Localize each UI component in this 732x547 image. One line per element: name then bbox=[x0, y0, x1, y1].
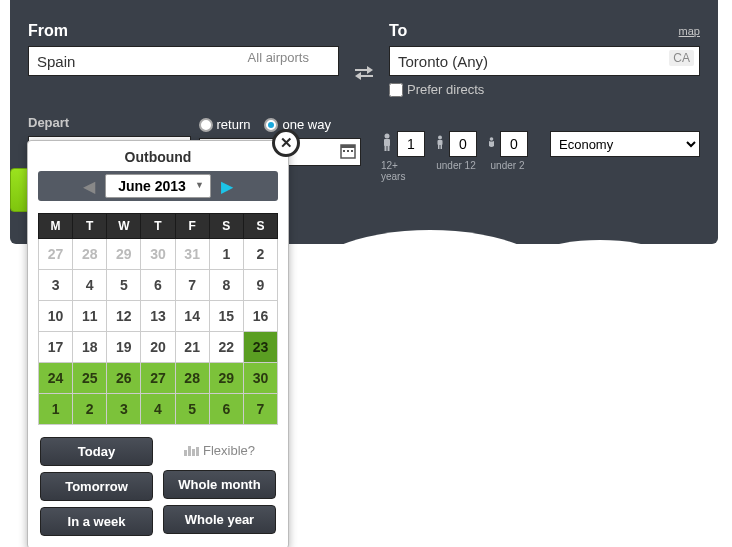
calendar-day[interactable]: 26 bbox=[107, 363, 141, 394]
calendar-day[interactable]: 19 bbox=[107, 332, 141, 363]
calendar-day[interactable]: 2 bbox=[243, 239, 277, 270]
calendar-dow: S bbox=[209, 214, 243, 239]
trip-return-radio[interactable]: return bbox=[199, 117, 251, 132]
calendar-dow: W bbox=[107, 214, 141, 239]
calendar-day[interactable]: 22 bbox=[209, 332, 243, 363]
calendar-day[interactable]: 30 bbox=[243, 363, 277, 394]
children-label: under 12 bbox=[436, 160, 475, 171]
adults-input[interactable] bbox=[397, 131, 425, 157]
today-button[interactable]: Today bbox=[40, 437, 153, 466]
calendar-day[interactable]: 18 bbox=[73, 332, 107, 363]
calendar-day[interactable]: 6 bbox=[141, 270, 175, 301]
calendar-day[interactable]: 6 bbox=[209, 394, 243, 425]
calendar-day[interactable]: 4 bbox=[73, 270, 107, 301]
calendar-day[interactable]: 27 bbox=[39, 239, 73, 270]
calendar-day[interactable]: 13 bbox=[141, 301, 175, 332]
tomorrow-button[interactable]: Tomorrow bbox=[40, 472, 153, 501]
infants-input[interactable] bbox=[500, 131, 528, 157]
calendar-next-button[interactable]: ▶ bbox=[217, 177, 237, 196]
passengers-group: 12+ years under 12 under 2 bbox=[381, 131, 528, 182]
calendar-day[interactable]: 14 bbox=[175, 301, 209, 332]
svg-point-14 bbox=[438, 135, 442, 139]
cabin-group: Economy bbox=[550, 131, 700, 157]
calendar-nav: ◀ June 2013 ▶ bbox=[38, 171, 278, 201]
from-field-group: From All airports bbox=[28, 22, 339, 97]
calendar-grid: MTWTFSS 27282930311234567891011121314151… bbox=[38, 213, 278, 425]
calendar-dow: M bbox=[39, 214, 73, 239]
svg-rect-12 bbox=[385, 145, 387, 151]
depart-label: Depart bbox=[28, 115, 191, 130]
prefer-directs[interactable]: Prefer directs bbox=[389, 82, 700, 97]
in-a-week-button[interactable]: In a week bbox=[40, 507, 153, 536]
to-field-group: To map CA Prefer directs bbox=[389, 22, 700, 97]
calendar-day[interactable]: 5 bbox=[175, 394, 209, 425]
flexible-label: Flexible? bbox=[163, 437, 276, 464]
calendar-day[interactable]: 7 bbox=[243, 394, 277, 425]
calendar-day[interactable]: 28 bbox=[73, 239, 107, 270]
calendar-day[interactable]: 3 bbox=[39, 270, 73, 301]
svg-point-10 bbox=[385, 134, 390, 139]
swap-button[interactable] bbox=[355, 22, 373, 97]
calendar-day[interactable]: 27 bbox=[141, 363, 175, 394]
calendar-day[interactable]: 7 bbox=[175, 270, 209, 301]
svg-point-18 bbox=[490, 137, 494, 141]
calendar-day[interactable]: 20 bbox=[141, 332, 175, 363]
calendar-dow: F bbox=[175, 214, 209, 239]
prefer-directs-checkbox[interactable] bbox=[389, 83, 403, 97]
calendar-day[interactable]: 11 bbox=[73, 301, 107, 332]
children-input[interactable] bbox=[449, 131, 477, 157]
infant-icon bbox=[487, 135, 496, 153]
calendar-day[interactable]: 4 bbox=[141, 394, 175, 425]
calendar-dow: T bbox=[73, 214, 107, 239]
calendar-day[interactable]: 1 bbox=[209, 239, 243, 270]
calendar-day[interactable]: 29 bbox=[209, 363, 243, 394]
calendar-day[interactable]: 1 bbox=[39, 394, 73, 425]
calendar-dow: S bbox=[243, 214, 277, 239]
child-icon bbox=[435, 135, 445, 154]
from-label: From bbox=[28, 22, 339, 40]
calendar-day[interactable]: 5 bbox=[107, 270, 141, 301]
calendar-day[interactable]: 10 bbox=[39, 301, 73, 332]
calendar-dow: T bbox=[141, 214, 175, 239]
calendar-popup: ✕ Outbound ◀ June 2013 ▶ MTWTFSS 2728293… bbox=[27, 140, 289, 547]
bars-icon bbox=[184, 446, 199, 456]
calendar-day[interactable]: 21 bbox=[175, 332, 209, 363]
from-input[interactable] bbox=[28, 46, 339, 76]
calendar-day[interactable]: 24 bbox=[39, 363, 73, 394]
calendar-day[interactable]: 9 bbox=[243, 270, 277, 301]
calendar-prev-button[interactable]: ◀ bbox=[79, 177, 99, 196]
calendar-day[interactable]: 30 bbox=[141, 239, 175, 270]
calendar-day[interactable]: 12 bbox=[107, 301, 141, 332]
svg-rect-17 bbox=[441, 144, 443, 149]
calendar-day[interactable]: 23 bbox=[243, 332, 277, 363]
calendar-day[interactable]: 25 bbox=[73, 363, 107, 394]
svg-rect-16 bbox=[438, 144, 440, 149]
whole-year-button[interactable]: Whole year bbox=[163, 505, 276, 534]
calendar-day[interactable]: 15 bbox=[209, 301, 243, 332]
to-input[interactable] bbox=[389, 46, 700, 76]
trip-oneway-radio[interactable]: one way bbox=[264, 117, 330, 132]
svg-rect-11 bbox=[384, 139, 390, 146]
calendar-day[interactable]: 3 bbox=[107, 394, 141, 425]
calendar-close-button[interactable]: ✕ bbox=[272, 129, 300, 157]
calendar-day[interactable]: 31 bbox=[175, 239, 209, 270]
adults-label: 12+ years bbox=[381, 160, 425, 182]
calendar-day[interactable]: 28 bbox=[175, 363, 209, 394]
prefer-directs-label: Prefer directs bbox=[407, 82, 484, 97]
map-link[interactable]: map bbox=[679, 25, 700, 37]
calendar-month-select[interactable]: June 2013 bbox=[105, 174, 211, 198]
calendar-day[interactable]: 2 bbox=[73, 394, 107, 425]
infants-label: under 2 bbox=[491, 160, 525, 171]
calendar-day[interactable]: 16 bbox=[243, 301, 277, 332]
calendar-day[interactable]: 29 bbox=[107, 239, 141, 270]
calendar-day[interactable]: 8 bbox=[209, 270, 243, 301]
calendar-day[interactable]: 17 bbox=[39, 332, 73, 363]
svg-rect-13 bbox=[388, 145, 390, 151]
adult-icon bbox=[381, 133, 393, 155]
calendar-title: Outbound bbox=[28, 141, 288, 171]
cabin-select[interactable]: Economy bbox=[550, 131, 700, 157]
whole-month-button[interactable]: Whole month bbox=[163, 470, 276, 499]
to-label: To bbox=[389, 22, 700, 40]
